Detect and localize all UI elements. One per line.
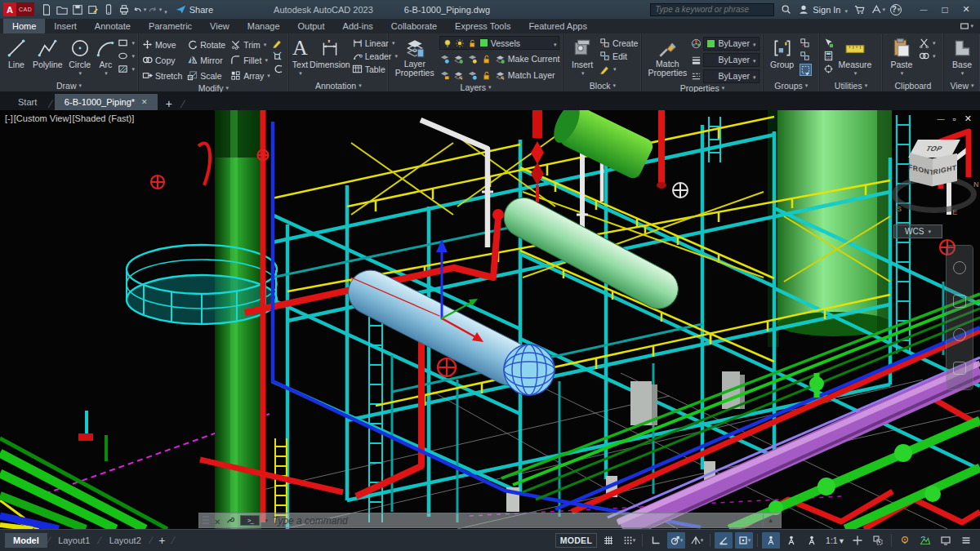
layer-lock-icon[interactable] xyxy=(481,70,492,81)
line-button[interactable]: Line xyxy=(3,36,29,69)
model-space-toggle[interactable]: MODEL xyxy=(555,533,597,548)
base-view-button[interactable]: Base xyxy=(947,36,977,77)
isolate-objects-button[interactable] xyxy=(896,532,914,549)
group-button[interactable]: Group xyxy=(767,36,798,69)
orbit-icon[interactable] xyxy=(953,362,966,375)
wcs-dropdown[interactable]: WCS xyxy=(893,224,942,238)
save-button[interactable] xyxy=(70,2,84,16)
tab-home[interactable]: Home xyxy=(3,19,45,33)
plot-button[interactable] xyxy=(117,2,131,16)
ortho-toggle[interactable] xyxy=(647,532,665,549)
hatch-button[interactable] xyxy=(118,64,135,74)
help-icon[interactable] xyxy=(890,4,902,16)
layer-tool-icon[interactable] xyxy=(453,54,464,64)
tab-express-tools[interactable]: Express Tools xyxy=(446,19,519,33)
stretch-button[interactable]: Stretch xyxy=(142,70,182,81)
share-button[interactable]: Share xyxy=(176,4,213,16)
recent-commands-icon[interactable] xyxy=(240,515,260,526)
rectangle-button[interactable] xyxy=(118,38,135,48)
scale-button[interactable]: Scale xyxy=(187,70,225,81)
drawing-minimize-icon[interactable] xyxy=(938,113,945,125)
close-tab-icon[interactable] xyxy=(141,98,148,106)
drawing-restore-icon[interactable] xyxy=(953,113,956,125)
clean-screen-button[interactable] xyxy=(937,532,955,549)
command-close-icon[interactable] xyxy=(214,513,220,528)
tab-annotate[interactable]: Annotate xyxy=(86,19,140,33)
redo-button[interactable] xyxy=(148,2,162,16)
viewport-control-minus[interactable]: [-] xyxy=(5,113,13,123)
3d-piping-scene[interactable] xyxy=(0,110,980,529)
erase-button[interactable] xyxy=(272,38,283,48)
selection-cycling-toggle[interactable] xyxy=(869,532,887,549)
compass-north[interactable]: N xyxy=(973,180,979,189)
mirror-button[interactable]: Mirror xyxy=(187,55,225,65)
command-input[interactable]: Type a command xyxy=(273,515,348,527)
tab-parametric[interactable]: Parametric xyxy=(140,19,201,33)
join-button[interactable] xyxy=(272,64,283,74)
compass-south[interactable]: S xyxy=(897,205,902,213)
edit-block-button[interactable]: Edit xyxy=(599,51,639,61)
copy-clip-button[interactable] xyxy=(919,51,936,61)
panel-caption-view[interactable]: View xyxy=(944,80,980,91)
object-snap-tracking-toggle[interactable] xyxy=(715,532,733,549)
match-layer-button[interactable]: Match Layer xyxy=(495,70,555,81)
layer-tool-icon[interactable] xyxy=(439,70,450,81)
layer-tool-icon[interactable] xyxy=(467,54,478,64)
workspace-switching-icon[interactable] xyxy=(849,532,866,549)
quick-select-button[interactable] xyxy=(823,38,834,48)
zoom-icon[interactable] xyxy=(953,328,966,341)
open-from-mobile-button[interactable] xyxy=(101,2,115,16)
move-button[interactable]: Move xyxy=(142,39,182,50)
graphics-performance-button[interactable] xyxy=(916,532,934,549)
open-button[interactable] xyxy=(55,2,69,16)
id-point-button[interactable] xyxy=(823,64,834,74)
panel-caption-draw[interactable]: Draw xyxy=(0,80,138,91)
cut-button[interactable] xyxy=(919,38,936,48)
tab-add-ins[interactable]: Add-ins xyxy=(334,19,382,33)
minimize-button[interactable] xyxy=(913,2,934,18)
command-history-toggle[interactable] xyxy=(763,514,777,527)
block-attributes-button[interactable] xyxy=(599,64,639,74)
insert-block-button[interactable]: Insert xyxy=(567,36,597,77)
maximize-button[interactable] xyxy=(934,2,956,18)
circle-button[interactable]: Circle xyxy=(66,36,94,77)
viewport-control-view[interactable]: [Custom View] xyxy=(14,113,72,123)
tab-featured-apps[interactable]: Featured Apps xyxy=(519,19,596,33)
tab-output[interactable]: Output xyxy=(289,19,334,33)
viewcube-face-front[interactable]: FRONT xyxy=(910,153,933,187)
tab-view[interactable]: View xyxy=(201,19,238,33)
group-selection-toggle[interactable] xyxy=(800,64,812,76)
create-block-button[interactable]: Create xyxy=(599,38,639,48)
save-as-button[interactable] xyxy=(86,2,100,16)
quick-calculator-button[interactable] xyxy=(823,51,834,61)
tab-insert[interactable]: Insert xyxy=(45,19,86,33)
file-tab-drawing[interactable]: 6-B-1000_Piping* xyxy=(55,94,158,110)
object-color-dropdown[interactable]: ByLayer xyxy=(703,37,759,51)
search-icon[interactable] xyxy=(779,2,793,16)
isometric-drafting-toggle[interactable]: ▾ xyxy=(688,532,706,549)
ribbon-display-toggle[interactable] xyxy=(960,19,980,33)
panel-caption-groups[interactable]: Groups xyxy=(764,80,819,91)
command-customize-wrench-icon[interactable] xyxy=(225,516,235,526)
annotation-scale-icon[interactable] xyxy=(803,532,821,549)
ungroup-button[interactable] xyxy=(800,38,812,48)
arc-button[interactable]: Arc xyxy=(95,36,116,77)
command-grip-handle[interactable] xyxy=(203,516,209,526)
layer-tool-icon[interactable] xyxy=(453,70,464,81)
match-properties-button[interactable]: Match Properties xyxy=(645,36,689,78)
drawing-close-icon[interactable] xyxy=(964,113,972,125)
linetype-dropdown[interactable]: ByLayer xyxy=(703,69,759,83)
annotation-visibility-toggle[interactable] xyxy=(762,532,780,549)
navigation-wheel-icon[interactable] xyxy=(953,261,966,274)
rotate-button[interactable]: Rotate xyxy=(187,39,225,50)
polar-tracking-toggle[interactable]: ▾ xyxy=(667,532,685,549)
layer-tool-icon[interactable] xyxy=(467,70,478,81)
undo-button[interactable] xyxy=(132,2,146,16)
viewcube-face-right[interactable]: RIGHT xyxy=(933,153,957,186)
autodesk-app-icon[interactable] xyxy=(871,2,885,16)
tab-collaborate[interactable]: Collaborate xyxy=(382,19,446,33)
panel-caption-layers[interactable]: Layers xyxy=(389,82,564,92)
command-line[interactable]: ▾ Type a command xyxy=(198,513,782,528)
viewport-control-visual-style[interactable]: [Shaded (Fast)] xyxy=(73,113,135,123)
file-tab-start[interactable]: Start xyxy=(8,94,47,110)
